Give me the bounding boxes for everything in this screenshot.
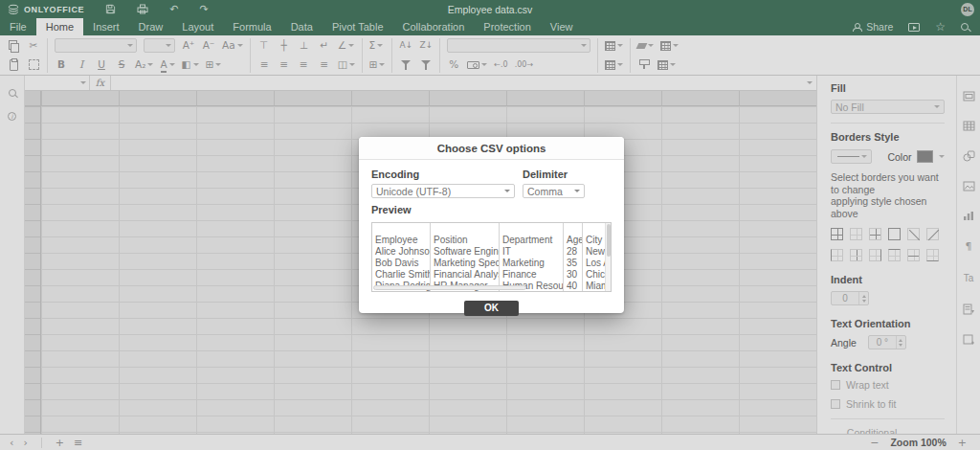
underline-icon[interactable]: U [95, 57, 108, 72]
slicer-settings-icon[interactable] [963, 304, 975, 315]
border-diagonal-down-button[interactable] [907, 228, 920, 240]
tab-formula[interactable]: Formula [223, 18, 280, 35]
tab-home[interactable]: Home [36, 18, 83, 35]
tab-insert[interactable]: Insert [83, 18, 129, 35]
number-format-combo[interactable] [447, 38, 590, 53]
text-art-settings-icon[interactable]: Ta [964, 272, 974, 284]
paste-icon[interactable] [7, 57, 20, 72]
tab-view[interactable]: View [541, 18, 583, 35]
fill-select[interactable]: No Fill [831, 100, 945, 114]
cut-icon[interactable]: ✂ [27, 38, 40, 53]
next-sheet-icon[interactable]: › [23, 437, 27, 449]
avatar[interactable]: DL [961, 3, 974, 16]
angle-spinner[interactable]: 0 ° [868, 335, 906, 349]
shape-settings-icon[interactable] [963, 150, 975, 162]
clear-icon[interactable] [637, 38, 654, 53]
redo-icon[interactable]: ↷ [199, 3, 208, 15]
clear-filter-icon[interactable] [419, 57, 433, 72]
preview-vertical-scrollbar[interactable] [605, 223, 611, 291]
shrink-to-fit-checkbox[interactable] [831, 399, 840, 409]
cell-settings-icon[interactable] [963, 91, 975, 101]
delimiter-select[interactable]: Comma [523, 184, 585, 198]
tab-file[interactable]: File [0, 18, 36, 35]
border-left-button[interactable] [831, 249, 843, 261]
decrease-decimal-icon[interactable]: ←.0 [494, 57, 507, 72]
valign-top-icon[interactable]: ⊤ [257, 38, 271, 53]
ok-button[interactable]: OK [464, 301, 519, 316]
subscript-icon[interactable]: A₂ [135, 57, 153, 72]
chevron-down-icon[interactable] [939, 155, 945, 158]
fill-color-icon[interactable]: ◧ [182, 57, 199, 72]
zoom-out-icon[interactable]: − [870, 437, 879, 449]
merge-cells-icon[interactable]: ◫ [338, 57, 355, 72]
select-all-icon[interactable] [27, 57, 40, 72]
chart-settings-icon[interactable] [963, 211, 974, 221]
favorite-star-icon[interactable]: ☆ [935, 21, 946, 33]
tab-collaboration[interactable]: Collaboration [393, 18, 475, 35]
tab-pivot-table[interactable]: Pivot Table [323, 18, 393, 35]
preview-horizontal-scrollbar[interactable] [372, 284, 605, 291]
add-sheet-icon[interactable]: + [56, 437, 64, 449]
align-center-icon[interactable]: ≡ [278, 57, 291, 72]
insert-function-button[interactable]: fx [90, 76, 111, 90]
indent-spinner[interactable]: 0 [831, 291, 869, 305]
align-left-icon[interactable]: ≡ [257, 57, 271, 72]
decrease-font-icon[interactable]: A⁻ [202, 38, 215, 53]
tab-layout[interactable]: Layout [172, 18, 223, 35]
delete-cells-icon[interactable] [605, 57, 623, 72]
sort-descending-icon[interactable]: Z↓ [419, 38, 433, 53]
copy-icon[interactable] [7, 38, 20, 53]
border-right-button[interactable] [869, 249, 881, 261]
info-icon[interactable]: i [8, 112, 16, 121]
format-as-table-icon[interactable] [660, 38, 679, 53]
bold-icon[interactable]: B [55, 57, 68, 72]
align-justify-icon[interactable]: ≡ [318, 57, 331, 72]
named-ranges-icon[interactable]: ⊞ [369, 57, 386, 72]
font-name-combo[interactable] [55, 38, 137, 53]
insert-cells-icon[interactable] [605, 38, 623, 53]
copy-style-icon[interactable] [637, 57, 651, 72]
encoding-select[interactable]: Unicode (UTF-8) [371, 184, 515, 198]
border-outside-button[interactable] [888, 228, 901, 240]
formula-bar-collapse-icon[interactable] [801, 76, 816, 90]
change-case-icon[interactable]: Aa [222, 38, 243, 53]
border-color-swatch[interactable] [917, 150, 933, 163]
italic-icon[interactable]: I [75, 57, 88, 72]
open-file-location-icon[interactable] [908, 23, 920, 32]
autosum-icon[interactable]: Σ [369, 38, 384, 53]
prev-sheet-icon[interactable]: ‹ [10, 437, 13, 449]
percent-style-icon[interactable]: % [447, 57, 460, 72]
border-inside-button[interactable] [869, 228, 881, 240]
find-icon[interactable] [9, 89, 16, 97]
zoom-level[interactable]: Zoom 100% [890, 437, 946, 448]
align-right-icon[interactable]: ≡ [298, 57, 311, 72]
border-inside-vertical-button[interactable] [850, 249, 862, 261]
border-top-button[interactable] [888, 249, 901, 261]
tab-data[interactable]: Data [281, 18, 323, 35]
zoom-in-icon[interactable]: + [958, 437, 967, 449]
border-diagonal-up-button[interactable] [926, 228, 939, 240]
print-icon[interactable] [137, 1, 148, 18]
filter-icon[interactable] [399, 57, 412, 72]
undo-icon[interactable]: ↶ [169, 3, 178, 15]
border-line-style-select[interactable] [831, 149, 872, 164]
border-inside-horizontal-button[interactable] [907, 249, 920, 261]
cell-name-box[interactable] [25, 76, 90, 90]
border-none-button[interactable] [850, 228, 862, 240]
sort-ascending-icon[interactable]: A↓ [399, 38, 412, 53]
pivot-table-settings-icon[interactable] [963, 334, 975, 346]
orientation-icon[interactable]: ∠ [338, 38, 354, 53]
wrap-text-icon[interactable]: ↵ [318, 38, 331, 53]
increase-decimal-icon[interactable]: .00→ [515, 57, 533, 72]
paragraph-settings-icon[interactable]: ¶ [966, 240, 972, 253]
select-all-corner[interactable] [25, 91, 41, 106]
insert-table-icon[interactable] [657, 57, 676, 72]
save-icon[interactable] [105, 1, 116, 18]
increase-font-icon[interactable]: A⁺ [182, 38, 195, 53]
wrap-text-checkbox[interactable] [831, 380, 840, 390]
table-settings-icon[interactable] [963, 121, 975, 131]
font-color-icon[interactable]: A [160, 57, 174, 72]
row-headers[interactable] [25, 106, 41, 434]
image-settings-icon[interactable] [963, 181, 975, 191]
border-all-button[interactable] [831, 228, 843, 240]
